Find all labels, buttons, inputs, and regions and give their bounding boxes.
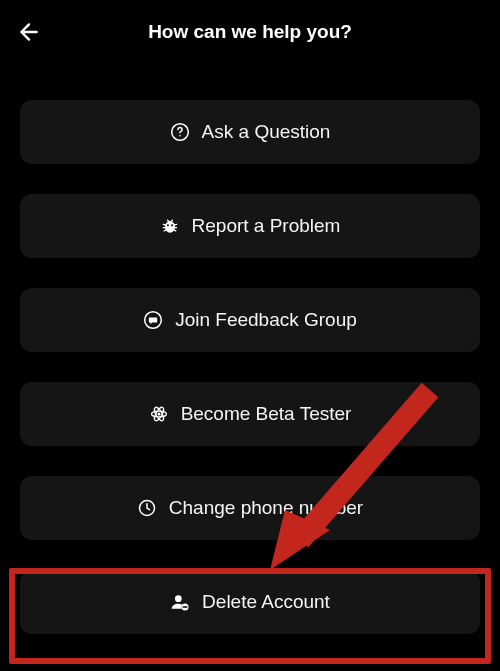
- svg-point-6: [157, 413, 160, 416]
- back-arrow-icon: [16, 19, 42, 45]
- delete-account-button[interactable]: Delete Account: [20, 570, 480, 634]
- ask-question-label: Ask a Question: [202, 121, 331, 143]
- svg-point-1: [179, 135, 181, 137]
- back-button[interactable]: [16, 19, 42, 45]
- ask-question-button[interactable]: Ask a Question: [20, 100, 480, 164]
- change-phone-label: Change phone number: [169, 497, 363, 519]
- report-problem-label: Report a Problem: [192, 215, 341, 237]
- change-phone-button[interactable]: Change phone number: [20, 476, 480, 540]
- beta-tester-button[interactable]: Become Beta Tester: [20, 382, 480, 446]
- atom-icon: [149, 404, 169, 424]
- question-circle-icon: [170, 122, 190, 142]
- account-remove-icon: [170, 592, 190, 612]
- beta-tester-label: Become Beta Tester: [181, 403, 352, 425]
- options-list: Ask a Question Report a Problem Join Fee…: [0, 64, 500, 634]
- join-feedback-button[interactable]: Join Feedback Group: [20, 288, 480, 352]
- page-title: How can we help you?: [16, 21, 484, 43]
- svg-point-2: [165, 221, 175, 233]
- svg-point-4: [171, 224, 173, 226]
- bug-icon: [160, 216, 180, 236]
- clock-icon: [137, 498, 157, 518]
- report-problem-button[interactable]: Report a Problem: [20, 194, 480, 258]
- chat-circle-icon: [143, 310, 163, 330]
- header: How can we help you?: [0, 0, 500, 64]
- svg-point-11: [175, 595, 182, 602]
- svg-point-3: [166, 224, 168, 226]
- join-feedback-label: Join Feedback Group: [175, 309, 357, 331]
- delete-account-label: Delete Account: [202, 591, 330, 613]
